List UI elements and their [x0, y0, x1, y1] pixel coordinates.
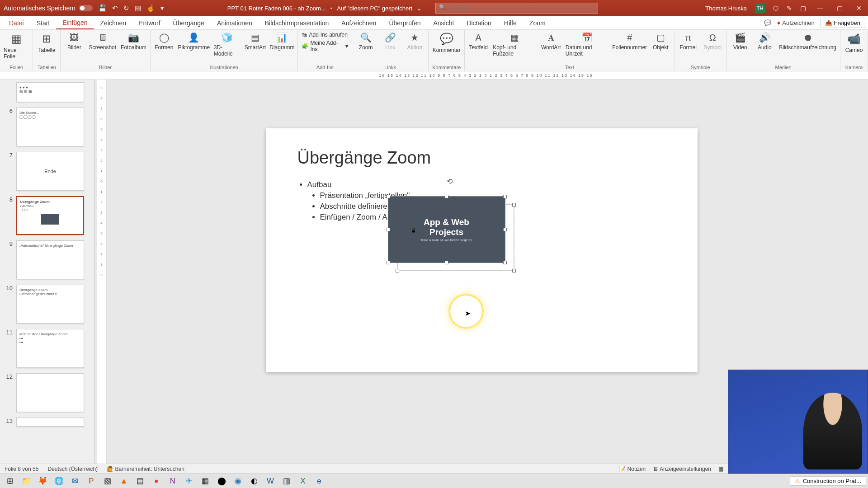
share-button[interactable]: 📤 Freigeben	[820, 18, 865, 28]
app-icon[interactable]: ▦	[197, 474, 213, 488]
tab-dictation[interactable]: Dictation	[460, 16, 497, 29]
powerpoint-icon[interactable]: P	[83, 474, 99, 488]
tab-insert[interactable]: Einfügen	[56, 16, 94, 29]
tab-record[interactable]: Aufzeichnen	[335, 16, 382, 29]
taskbar-notification[interactable]: Construction on Prat...	[790, 476, 866, 486]
save-icon[interactable]: 💾	[98, 4, 107, 12]
thumb-slide-6[interactable]: 6Die Suche...◯◯◯◯	[5, 108, 90, 146]
tab-view[interactable]: Ansicht	[427, 16, 460, 29]
audio-button[interactable]: 🔊Audio	[755, 32, 774, 51]
selection-handle[interactable]	[503, 228, 507, 231]
toggle-switch-icon[interactable]	[79, 5, 93, 11]
chrome-icon[interactable]: 🌐	[51, 474, 67, 488]
thumb-slide-7[interactable]: 7Ende	[5, 152, 90, 191]
zoom-object-front[interactable]: 📱 App & Web Projects Take a look at our …	[388, 196, 505, 263]
display-settings-button[interactable]: 🖥 Anzeigeeinstellungen	[653, 466, 711, 472]
thumb-slide-10[interactable]: 10Übergänge ZoomEinfacher geht's nicht !…	[5, 285, 90, 324]
selection-handle[interactable]	[396, 269, 399, 272]
screenshot-button[interactable]: 🖥Screenshot	[89, 32, 116, 51]
selection-handle[interactable]	[387, 195, 390, 198]
start-button[interactable]: ⊞	[2, 474, 18, 488]
selection-handle[interactable]	[445, 195, 448, 198]
thumb-slide-11[interactable]: 11Mehrstufige Übergänge Zoom▪▪▪▪▪▪	[5, 329, 90, 368]
tab-start[interactable]: Start	[30, 16, 57, 29]
thumb-slide-13[interactable]: 13	[5, 418, 90, 427]
datetime-button[interactable]: 📅Datum und Uhrzeit	[566, 32, 609, 57]
tab-slideshow[interactable]: Bildschirmpräsentation	[259, 16, 335, 29]
tab-help[interactable]: Hilfe	[498, 16, 523, 29]
shapes-button[interactable]: ◯Formen	[154, 32, 174, 51]
icons-button[interactable]: 👤Piktogramme	[179, 32, 209, 51]
3dmodels-button[interactable]: 🧊3D-Modelle	[214, 32, 241, 57]
equation-button[interactable]: πFormel	[678, 32, 698, 51]
document-title[interactable]: PPT 01 Roter Faden 006 - ab Zoom... • Au…	[227, 5, 422, 12]
thumb-slide-12[interactable]: 12	[5, 373, 90, 412]
language-status[interactable]: Deutsch (Österreich)	[47, 466, 98, 472]
close-button[interactable]: ✕	[854, 5, 864, 12]
telegram-icon[interactable]: ✈	[181, 474, 197, 488]
overflow-icon[interactable]: ▾	[160, 4, 164, 12]
notes-button[interactable]: 📝 Notizen	[619, 466, 646, 472]
rotation-handle-icon[interactable]: ⟲	[447, 177, 453, 186]
draw-icon[interactable]: ✎	[787, 5, 792, 12]
user-name[interactable]: Thomas Hruska	[705, 5, 747, 12]
collapse-ribbon-icon[interactable]: 💬	[764, 19, 771, 26]
screenrec-button[interactable]: ⏺Bildschirmaufzeichnung	[779, 32, 836, 51]
selection-handle[interactable]	[512, 203, 516, 206]
obs-icon[interactable]: ⬤	[213, 474, 230, 488]
current-slide[interactable]: Übergänge Zoom Aufbau Präsentation „fert…	[266, 128, 698, 372]
new-slide-button[interactable]: ▦Neue Folie	[4, 32, 29, 60]
app-icon[interactable]: ◉	[230, 474, 246, 488]
selection-handle[interactable]	[387, 228, 390, 231]
tab-file[interactable]: Datei	[3, 16, 30, 29]
symbol-button[interactable]: ΩSymbol	[703, 32, 722, 51]
redo-icon[interactable]: ↻	[123, 4, 129, 12]
autosave-toggle[interactable]: Automatisches Speichern	[4, 5, 93, 12]
tab-draw[interactable]: Zeichnen	[94, 16, 133, 29]
search-box[interactable]	[435, 3, 598, 14]
chevron-down-icon[interactable]: ⌄	[417, 5, 422, 12]
my-addins-button[interactable]: 🧩Meine Add-Ins ▾	[302, 40, 348, 52]
table-button[interactable]: ⊞Tabelle	[37, 32, 57, 53]
selection-handle[interactable]	[387, 261, 390, 264]
action-button[interactable]: ★Aktion	[405, 32, 425, 51]
smartart-button[interactable]: ▤SmartArt	[245, 32, 266, 51]
textbox-button[interactable]: ATextfeld	[468, 32, 488, 51]
window-icon[interactable]: ▢	[800, 5, 806, 12]
firefox-icon[interactable]: 🦊	[34, 474, 51, 488]
tab-review[interactable]: Überprüfen	[382, 16, 427, 29]
selection-handle[interactable]	[503, 261, 507, 264]
zoom-button[interactable]: 🔍Zoom	[356, 32, 376, 51]
tab-design[interactable]: Entwurf	[132, 16, 166, 29]
vlc-icon[interactable]: ▲	[116, 474, 132, 488]
excel-icon[interactable]: X	[295, 474, 311, 488]
images-button[interactable]: 🖼Bilder	[64, 32, 84, 51]
selection-handle[interactable]	[445, 261, 448, 264]
app-icon[interactable]: ●	[148, 474, 165, 488]
selection-handle[interactable]	[512, 269, 516, 272]
word-icon[interactable]: W	[262, 474, 278, 488]
outlook-icon[interactable]: ✉	[67, 474, 83, 488]
app-icon[interactable]: ▥	[278, 474, 295, 488]
record-button[interactable]: Aufzeichnen	[777, 19, 814, 26]
photoalbum-button[interactable]: 📷Fotoalbum	[121, 32, 146, 51]
zoom-object-selection[interactable]: ⟲ 📱 App & Web Projects Take a look at ou…	[388, 196, 505, 263]
tab-animations[interactable]: Animationen	[211, 16, 259, 29]
search-input[interactable]	[435, 3, 598, 14]
headerfooter-button[interactable]: ▦Kopf- und Fußzeile	[493, 32, 537, 57]
maximize-button[interactable]: ▢	[834, 5, 845, 12]
app-icon[interactable]: ◐	[246, 474, 262, 488]
video-button[interactable]: 🎬Video	[730, 32, 750, 51]
webex-icon[interactable]: ⬡	[773, 5, 778, 12]
chart-button[interactable]: 📊Diagramm	[270, 32, 294, 51]
thumb-slide-9[interactable]: 9„Automatische" Übergänge Zoom	[5, 240, 90, 279]
explorer-icon[interactable]: 📁	[18, 474, 34, 488]
minimize-button[interactable]: —	[814, 5, 826, 12]
slide-title[interactable]: Übergänge Zoom	[297, 148, 666, 168]
touch-icon[interactable]: ☝	[146, 4, 155, 12]
tab-transitions[interactable]: Übergänge	[167, 16, 211, 29]
slide-count[interactable]: Folie 8 von 55	[5, 466, 38, 472]
wordart-button[interactable]: 𝐀WordArt	[541, 32, 561, 51]
view-normal-icon[interactable]: ▦	[718, 466, 723, 472]
comment-button[interactable]: 💬Kommentar	[433, 32, 461, 53]
